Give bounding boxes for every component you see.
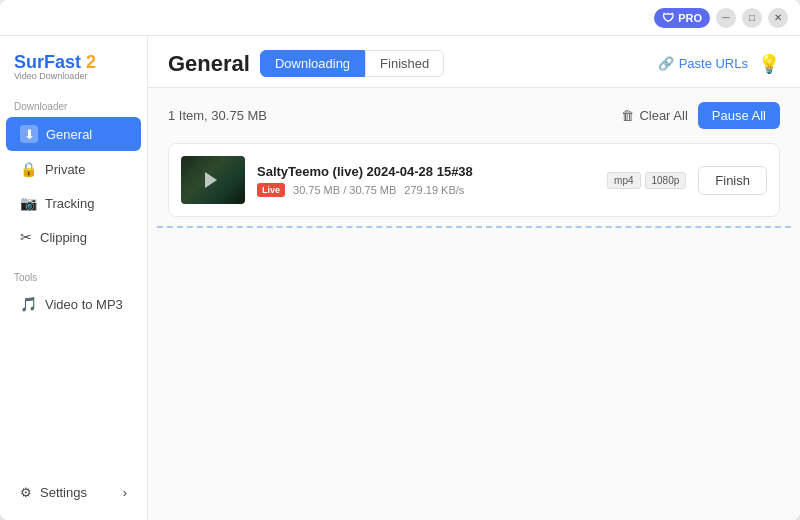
download-info: SaltyTeemo (live) 2024-04-28 15#38 Live …: [257, 164, 587, 197]
progress-dashes: [157, 226, 791, 228]
logo-number: 2: [86, 52, 96, 72]
download-icon: ⬇: [20, 125, 38, 143]
main-header-top: General Downloading Finished 🔗 Paste URL…: [168, 50, 780, 77]
clipping-icon: ✂: [20, 229, 32, 245]
sidebar-bottom: ⚙ Settings ›: [0, 477, 147, 508]
finish-button[interactable]: Finish: [698, 166, 767, 195]
format-tags: mp4 1080p: [607, 172, 686, 189]
clear-all-button[interactable]: 🗑 Clear All: [621, 108, 687, 123]
minimize-button[interactable]: ─: [716, 8, 736, 28]
tab-downloading[interactable]: Downloading: [260, 50, 365, 77]
gear-icon: ⚙: [20, 485, 32, 500]
chevron-right-icon: ›: [123, 485, 127, 500]
logo-sub: Video Downloader: [14, 71, 133, 81]
live-badge: Live: [257, 183, 285, 197]
close-button[interactable]: ✕: [768, 8, 788, 28]
tracking-icon: 📷: [20, 195, 37, 211]
bulb-icon[interactable]: 💡: [758, 53, 780, 75]
pause-all-button[interactable]: Pause All: [698, 102, 780, 129]
format-1080p-badge: 1080p: [645, 172, 687, 189]
pro-badge: 🛡 PRO: [654, 8, 710, 28]
logo-name: SurFast 2: [14, 52, 133, 73]
sidebar-item-private[interactable]: 🔒 Private: [6, 153, 141, 185]
clear-all-label: Clear All: [639, 108, 687, 123]
tab-finished[interactable]: Finished: [365, 50, 444, 77]
tab-group: Downloading Finished: [260, 50, 444, 77]
shield-icon: 🛡: [662, 11, 674, 25]
trash-icon: 🗑: [621, 108, 634, 123]
app-window: 🛡 PRO ─ □ ✕ SurFast 2 Video Downloader D…: [0, 0, 800, 520]
sidebar-item-tracking[interactable]: 📷 Tracking: [6, 187, 141, 219]
sidebar-item-private-label: Private: [45, 162, 85, 177]
content-area: 1 Item, 30.75 MB 🗑 Clear All Pause All: [148, 88, 800, 520]
download-item: SaltyTeemo (live) 2024-04-28 15#38 Live …: [168, 143, 780, 217]
page-title-area: General Downloading Finished: [168, 50, 444, 77]
format-mp4-badge: mp4: [607, 172, 640, 189]
paste-urls-label: Paste URLs: [679, 56, 748, 71]
download-thumbnail: [181, 156, 245, 204]
sidebar-item-general[interactable]: ⬇ General: [6, 117, 141, 151]
app-body: SurFast 2 Video Downloader Downloader ⬇ …: [0, 36, 800, 520]
download-speed: 279.19 KB/s: [404, 184, 464, 196]
logo-area: SurFast 2 Video Downloader: [0, 48, 147, 95]
settings-label: Settings: [40, 485, 87, 500]
sidebar-item-video-to-mp3[interactable]: 🎵 Video to MP3: [6, 288, 141, 320]
sidebar-item-general-label: General: [46, 127, 92, 142]
toolbar-right: 🗑 Clear All Pause All: [621, 102, 780, 129]
sidebar-item-clipping-label: Clipping: [40, 230, 87, 245]
page-title: General: [168, 51, 250, 77]
paste-urls-button[interactable]: 🔗 Paste URLs: [658, 56, 748, 71]
sidebar-item-tracking-label: Tracking: [45, 196, 94, 211]
play-icon: [205, 172, 221, 188]
maximize-button[interactable]: □: [742, 8, 762, 28]
thumb-inner: [181, 156, 245, 204]
downloader-label: Downloader: [0, 95, 147, 116]
sidebar-item-video-to-mp3-label: Video to MP3: [45, 297, 123, 312]
pro-label: PRO: [678, 12, 702, 24]
main-header: General Downloading Finished 🔗 Paste URL…: [148, 36, 800, 88]
header-actions: 🔗 Paste URLs 💡: [658, 53, 780, 75]
download-title: SaltyTeemo (live) 2024-04-28 15#38: [257, 164, 587, 179]
music-icon: 🎵: [20, 296, 37, 312]
sidebar-item-clipping[interactable]: ✂ Clipping: [6, 221, 141, 253]
settings-item[interactable]: ⚙ Settings ›: [6, 477, 141, 508]
title-bar-controls: 🛡 PRO ─ □ ✕: [654, 8, 788, 28]
download-size: 30.75 MB / 30.75 MB: [293, 184, 396, 196]
content-info: 1 Item, 30.75 MB: [168, 108, 267, 123]
download-meta: Live 30.75 MB / 30.75 MB 279.19 KB/s: [257, 183, 587, 197]
title-bar: 🛡 PRO ─ □ ✕: [0, 0, 800, 36]
main-content: General Downloading Finished 🔗 Paste URL…: [148, 36, 800, 520]
sidebar: SurFast 2 Video Downloader Downloader ⬇ …: [0, 36, 148, 520]
lock-icon: 🔒: [20, 161, 37, 177]
content-toolbar: 1 Item, 30.75 MB 🗑 Clear All Pause All: [168, 102, 780, 129]
link-icon: 🔗: [658, 56, 674, 71]
settings-left: ⚙ Settings: [20, 485, 87, 500]
tools-label: Tools: [0, 266, 147, 287]
